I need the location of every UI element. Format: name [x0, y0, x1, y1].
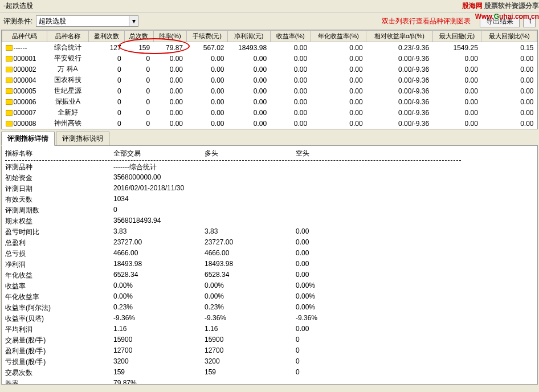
toolbar: 评测条件: 超跌选股 ▾ 双击列表行查看品种评测图表 导出结果 t: [0, 13, 539, 30]
folder-icon: [6, 121, 13, 126]
folder-icon: [6, 88, 13, 94]
tab-explain[interactable]: 评测指标说明: [56, 132, 109, 146]
detail-panel: 指标名称 全部交易 多头 空头 评测品种-------综合统计初始资金35680…: [1, 145, 538, 385]
folder-icon: [6, 56, 13, 62]
detail-row: 评测日期2016/02/01-2018/11/30: [5, 183, 534, 194]
detail-row: 初始资金3568000000.00: [5, 173, 534, 183]
detail-row: 期末权益3568018493.94: [5, 216, 534, 227]
detail-row: 胜率79.87%: [5, 378, 534, 385]
chevron-down-icon[interactable]: ▾: [129, 16, 138, 26]
detail-row: 评测品种-------综合统计: [5, 162, 534, 173]
condition-combo[interactable]: 超跌选股 ▾: [36, 15, 138, 27]
results-table[interactable]: 品种代码品种名称盈利次数总次数胜率(%)手续费(元)净利润(元)收益率(%)年化…: [2, 30, 537, 129]
condition-label: 评测条件:: [3, 17, 32, 26]
column-header[interactable]: 盈利次数: [88, 31, 125, 42]
detail-row: 年化收益6528.346528.340.00: [5, 270, 534, 281]
tab-detail[interactable]: 评测指标详情: [1, 132, 55, 146]
button-2[interactable]: t: [523, 15, 536, 27]
detail-row: 盈亏时间比3.833.830.00: [5, 227, 534, 238]
folder-icon: [6, 77, 13, 83]
detail-row: 收益率(阿尔法)0.23%0.23%0.00%: [5, 303, 534, 313]
column-header[interactable]: 品种代码: [2, 31, 47, 42]
divider: [5, 160, 461, 161]
table-row[interactable]: 000006深振业A000.000.000.000.000.000.00/-9.…: [2, 96, 537, 107]
table-row[interactable]: 000002万 科A000.000.000.000.000.000.00/-9.…: [2, 64, 537, 75]
column-header[interactable]: 相对收益率α/β(%): [366, 31, 432, 42]
condition-value: 超跌选股: [36, 17, 129, 26]
detail-row: 总盈利23727.0023727.000.00: [5, 238, 534, 248]
column-header[interactable]: 收益率(%): [270, 31, 311, 42]
detail-row: 有效天数1034: [5, 194, 534, 205]
detail-tabs: 评测指标详情 评测指标说明: [1, 132, 538, 146]
detail-row: 平均利润1.161.160.00: [5, 324, 534, 335]
column-header[interactable]: 净利润(元): [228, 31, 271, 42]
table-row[interactable]: ------综合统计12715979.87567.0218493.980.000…: [2, 42, 537, 54]
detail-row: 亏损量(股/手)320032000: [5, 357, 534, 368]
column-header[interactable]: 最大回撤(元): [432, 31, 481, 42]
folder-icon: [6, 67, 13, 72]
table-row[interactable]: 000007全新好000.000.000.000.000.000.00/-9.3…: [2, 107, 537, 118]
folder-icon: [6, 45, 13, 51]
detail-row: 盈利量(股/手)12700127000: [5, 346, 534, 357]
detail-row: 收益率0.00%0.00%0.00%: [5, 281, 534, 292]
folder-icon: [6, 110, 13, 116]
results-table-wrap: 品种代码品种名称盈利次数总次数胜率(%)手续费(元)净利润(元)收益率(%)年化…: [1, 30, 538, 129]
column-header[interactable]: 品种名称: [47, 31, 88, 42]
table-row[interactable]: 000005世纪星源000.000.000.000.000.000.00/-9.…: [2, 85, 537, 96]
column-header[interactable]: 年化收益率(%): [311, 31, 366, 42]
column-header[interactable]: 胜率(%): [153, 31, 186, 42]
table-row[interactable]: 000008神州高铁000.000.000.000.000.000.00/-9.…: [2, 118, 537, 129]
export-button[interactable]: 导出结果: [480, 15, 520, 27]
table-row[interactable]: 000001平安银行000.000.000.000.000.000.00/-9.…: [2, 53, 537, 64]
column-header[interactable]: 总次数: [125, 31, 153, 42]
detail-row: 评测周期数0: [5, 205, 534, 216]
detail-row: 交易次数1591590: [5, 368, 534, 378]
table-row[interactable]: 000004国农科技000.000.000.000.000.000.00/-9.…: [2, 75, 537, 85]
column-header[interactable]: 手续费(元): [186, 31, 228, 42]
column-header[interactable]: 最大回撤比(%): [481, 31, 537, 42]
detail-row: 年化收益率0.00%0.00%0.00%: [5, 292, 534, 303]
window-title: -超跌选股: [0, 0, 539, 13]
detail-row: 总亏损4666.004666.000.00: [5, 248, 534, 259]
detail-header: 指标名称 全部交易 多头 空头: [5, 148, 534, 159]
folder-icon: [6, 99, 13, 105]
detail-row: 收益率(贝塔)-9.36%-9.36%-9.36%: [5, 313, 534, 324]
detail-row: 净利润18493.9818493.980.00: [5, 259, 534, 270]
hint-text: 双击列表行查看品种评测图表: [382, 17, 471, 26]
detail-row: 交易量(股/手)15900159000: [5, 335, 534, 346]
